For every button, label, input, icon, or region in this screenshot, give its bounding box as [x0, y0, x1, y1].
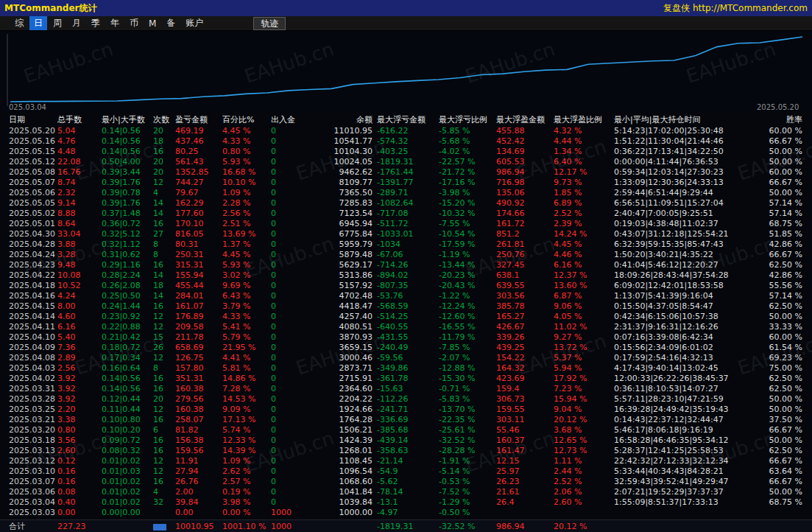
table-row[interactable]: 2025.04.2210.080.28|2.2414155.943.02 %05…: [0, 270, 812, 281]
track-button[interactable]: 轨迹: [253, 17, 286, 30]
table-row[interactable]: 2025.04.158.000.24|1.4416161.073.79 %044…: [0, 301, 812, 312]
table-row[interactable]: 2025.03.100.160.01|0.031227.942.62 %0109…: [0, 466, 812, 477]
header-cell-13[interactable]: 胜率: [764, 114, 807, 126]
header-cell-6[interactable]: 出入金: [271, 114, 315, 126]
table-row[interactable]: 2025.03.200.800.10|0.20681.825.74 %01506…: [0, 425, 812, 435]
table-row[interactable]: 2025.03.040.400.01|0.023239.843.98 %0103…: [0, 497, 812, 508]
header-cell-8[interactable]: 最大浮亏金额: [377, 114, 439, 126]
table-row[interactable]: 2025.04.105.400.21|0.4215211.785.79 %038…: [0, 332, 812, 343]
menu-item-备[interactable]: 备: [162, 16, 180, 30]
cell-最大浮盈金额: 25.97: [496, 466, 554, 477]
table-row[interactable]: 2025.05.059.140.39|1.7614162.292.28 %072…: [0, 198, 812, 209]
table-row[interactable]: 2025.05.078.740.39|1.7612744.2710.10 %08…: [0, 178, 812, 188]
cell-最大浮盈比例: 13.60 %: [554, 281, 614, 291]
table-row[interactable]: 2025.05.164.760.14|0.5618437.464.33 %010…: [0, 136, 812, 147]
table-row[interactable]: 2025.04.032.560.16|0.648157.805.81 %0287…: [0, 363, 812, 374]
cell-日期: 2025.04.03: [9, 363, 57, 374]
table-row[interactable]: 2025.03.283.920.12|0.4420279.5614.53 %02…: [0, 394, 812, 405]
menu-item-年[interactable]: 年: [106, 16, 124, 30]
table-row[interactable]: 2025.03.132.600.08|0.3216159.5614.39 %01…: [0, 446, 812, 456]
cell-最小|平均|最大持仓时间: 0:17:59|2:54:16|4:32:13: [614, 353, 764, 363]
header-cell-10[interactable]: 最大浮盈金额: [496, 114, 554, 126]
table-row[interactable]: 2025.04.023.920.14|0.5616351.3114.86 %02…: [0, 374, 812, 384]
header-cell-9[interactable]: 最大浮亏比例: [439, 114, 496, 126]
cell-百分比%: 0.19 %: [222, 487, 271, 497]
menu-item-综[interactable]: 综: [10, 16, 28, 30]
x-axis-start-label: 025.03.04: [9, 103, 46, 111]
cell-日期: 2025.04.28: [9, 239, 57, 250]
menu-item-币[interactable]: 币: [125, 16, 143, 30]
table-row[interactable]: 2025.04.164.240.25|0.5014284.016.43 %047…: [0, 291, 812, 301]
table-row[interactable]: 2025.04.239.480.29|1.1616315.315.93 %056…: [0, 260, 812, 270]
cell-总手数: 0.16: [57, 477, 102, 487]
cell-最大浮亏比例: -5.68 %: [439, 136, 496, 147]
cell-余额: 2715.91: [315, 374, 377, 384]
table-row[interactable]: 2025.04.3033.040.32|5.1227816.0513.69 %0…: [0, 229, 812, 239]
table-row[interactable]: 2025.04.1810.520.26|2.0818455.449.69 %05…: [0, 281, 812, 291]
table-row[interactable]: 2025.03.120.120.01|0.021211.911.09 %0110…: [0, 456, 812, 466]
table-row[interactable]: 2025.04.144.600.23|0.9212176.894.33 %042…: [0, 312, 812, 322]
header-cell-12[interactable]: 最小|平均|最大持仓时间: [614, 114, 764, 126]
cell-最大浮亏比例: -15.30 %: [439, 374, 496, 384]
cell-百分比%: 4.33 %: [222, 136, 271, 147]
header-cell-3[interactable]: 次数: [153, 114, 175, 126]
table-row[interactable]: 2025.04.283.880.32|1.12880.311.37 %05959…: [0, 239, 812, 250]
cell-最小|大手数: 0.11|0.44: [102, 405, 153, 415]
cell-最大浮盈比例: 1.85 %: [554, 188, 614, 198]
cell-最小|平均|最大持仓时间: 0:36:11|8:10:53|14:07:27: [614, 384, 764, 394]
table-row[interactable]: 2025.03.030.000.00|0.000.000.00 %1000100…: [0, 508, 812, 518]
table-row[interactable]: 2025.05.154.480.14|0.561680.250.80 %0101…: [0, 147, 812, 157]
header-cell-2[interactable]: 最小|大手数: [102, 114, 153, 126]
menu-item-日[interactable]: 日: [29, 16, 47, 30]
table-row[interactable]: 2025.03.252.200.11|0.4412160.389.09 %019…: [0, 405, 812, 415]
cell-最大浮亏比例: -5.85 %: [439, 126, 496, 136]
header-cell-7[interactable]: 余额: [315, 114, 377, 126]
table-row[interactable]: 2025.05.0816.760.39|3.44201352.8516.68 %…: [0, 167, 812, 178]
header-cell-4[interactable]: 盈亏金额: [175, 114, 222, 126]
cell-最大浮盈金额: 165.27: [496, 312, 554, 322]
table-row[interactable]: 2025.03.070.160.01|0.021626.762.57 %0106…: [0, 477, 812, 487]
header-cell-11[interactable]: 最大浮盈比例: [554, 114, 614, 126]
cell-总手数: 9.48: [57, 260, 102, 270]
menu-item-周[interactable]: 周: [49, 16, 66, 30]
header-cell-1[interactable]: 总手数: [57, 114, 102, 126]
cell-最小|大手数: 0.39|1.76: [102, 198, 153, 209]
header-cell-5[interactable]: 百分比%: [222, 114, 271, 126]
table-row[interactable]: 2025.03.313.920.14|0.5616160.387.28 %023…: [0, 384, 812, 394]
cell-次数: 16: [153, 147, 175, 157]
table-row[interactable]: 2025.03.060.080.01|0.0242.000.19 %01041.…: [0, 487, 812, 497]
header-cell-0[interactable]: 日期: [9, 114, 57, 126]
cell-最大浮亏金额: -349.86: [377, 363, 439, 374]
cell-日期: 2025.03.12: [9, 456, 57, 466]
menu-item-季[interactable]: 季: [87, 16, 105, 30]
table-row[interactable]: 2025.03.183.560.09|0.7216156.3812.33 %01…: [0, 435, 812, 446]
cell-总手数: 3.28: [57, 250, 102, 260]
table-row[interactable]: 2025.03.213.380.10|0.8016258.0717.13 %01…: [0, 415, 812, 425]
table-row[interactable]: 2025.05.018.640.36|0.7216170.102.51 %069…: [0, 219, 812, 229]
cell-余额: 3000.46: [315, 353, 377, 363]
cell-盈亏金额: 160.38: [175, 405, 222, 415]
cell-余额: 10104.30: [315, 147, 377, 157]
menu-item-月[interactable]: 月: [68, 16, 85, 30]
cell-余额: 5157.92: [315, 281, 377, 291]
cell-最大浮亏金额: -1761.44: [377, 167, 439, 178]
table-row[interactable]: 2025.04.243.280.31|0.628250.314.45 %0587…: [0, 250, 812, 260]
cell-次数: 4: [153, 188, 175, 198]
menu-item-账户[interactable]: 账户: [181, 16, 208, 30]
cell-最大浮亏比例: -10.32 %: [439, 209, 496, 219]
table-row[interactable]: 2025.04.116.160.22|0.8812209.585.41 %040…: [0, 322, 812, 332]
cell-最大浮盈比例: 2.39 %: [554, 219, 614, 229]
cell-出入金: 0: [271, 405, 315, 415]
site-link[interactable]: 复盘侠 http://MTCommander.com: [663, 2, 808, 15]
table-row[interactable]: 2025.05.062.320.39|0.78479.671.09 %07365…: [0, 188, 812, 198]
table-row[interactable]: 2025.04.082.890.17|0.3412126.754.41 %030…: [0, 353, 812, 363]
table-row[interactable]: 2025.05.028.880.37|1.4814177.602.56 %071…: [0, 209, 812, 219]
cell-胜率: 69.23 %: [764, 353, 807, 363]
menu-item-M[interactable]: M: [144, 18, 160, 29]
table-row[interactable]: 2025.04.097.360.18|0.7226658.6921.95 %03…: [0, 343, 812, 353]
cell-最大浮亏比例: -20.23 %: [439, 270, 496, 281]
table-row[interactable]: 2025.05.1222.080.50|4.0020561.435.93 %01…: [0, 157, 812, 167]
cell-百分比%: 1.09 %: [222, 456, 271, 466]
cell-最大浮亏金额: -336.69: [377, 415, 439, 425]
table-row[interactable]: 2025.05.205.040.14|0.5620469.194.45 %011…: [0, 126, 812, 136]
